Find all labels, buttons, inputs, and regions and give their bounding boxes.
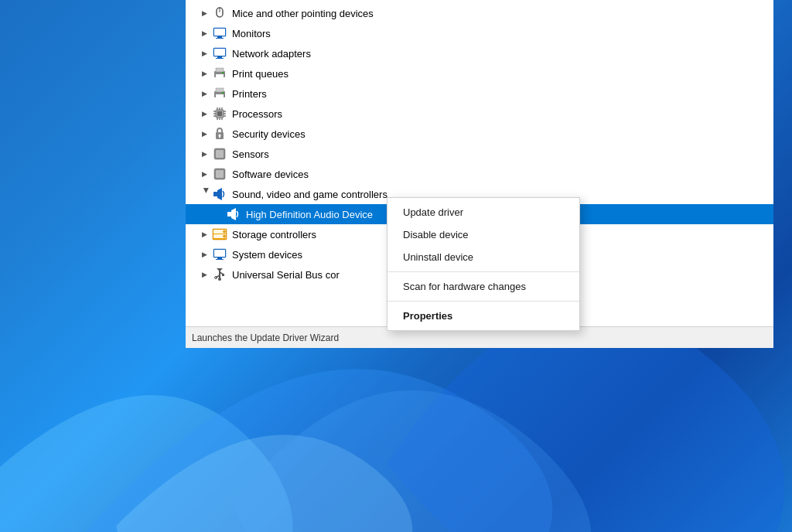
svg-marker-42 bbox=[231, 208, 236, 220]
icon-mice bbox=[212, 5, 227, 21]
device-item-processors[interactable]: ▶ Proces bbox=[186, 104, 773, 124]
svg-rect-34 bbox=[219, 136, 220, 138]
device-item-mice[interactable]: ▶ Mice and other pointing devices bbox=[186, 3, 773, 23]
svg-rect-3 bbox=[214, 29, 225, 36]
device-item-security[interactable]: ▶ Security devices bbox=[186, 124, 773, 144]
device-label-hd-audio: High Definition Audio Device bbox=[246, 209, 373, 220]
svg-rect-17 bbox=[222, 92, 224, 94]
chevron-usb: ▶ bbox=[198, 268, 210, 281]
device-label-sound: Sound, video and game controllers bbox=[232, 189, 387, 200]
device-item-printqueues[interactable]: ▶ Print queues bbox=[186, 63, 773, 84]
svg-rect-15 bbox=[216, 88, 224, 92]
icon-network bbox=[212, 46, 227, 61]
svg-marker-40 bbox=[217, 188, 222, 200]
svg-rect-55 bbox=[222, 274, 224, 276]
svg-rect-39 bbox=[213, 192, 217, 196]
svg-rect-51 bbox=[216, 259, 224, 260]
icon-usb bbox=[212, 267, 227, 282]
chevron-printers: ▶ bbox=[198, 87, 210, 100]
context-menu: Update driver Disable device Uninstall d… bbox=[387, 197, 580, 331]
device-label-monitors: Monitors bbox=[232, 28, 271, 39]
svg-rect-49 bbox=[214, 250, 225, 257]
device-label-security: Security devices bbox=[232, 128, 306, 140]
svg-rect-4 bbox=[217, 36, 222, 38]
svg-rect-7 bbox=[214, 49, 225, 56]
context-menu-uninstall-device[interactable]: Uninstall device bbox=[387, 246, 579, 268]
status-bar-text: Launches the Update Driver Wizard bbox=[192, 332, 339, 343]
device-item-monitors[interactable]: ▶ Monitors bbox=[186, 23, 773, 43]
device-label-sensors: Sensors bbox=[232, 148, 269, 160]
icon-software bbox=[212, 166, 227, 182]
chevron-storage: ▶ bbox=[198, 228, 210, 240]
context-menu-disable-device[interactable]: Disable device bbox=[387, 223, 579, 246]
chevron-mice: ▶ bbox=[198, 7, 210, 19]
context-menu-scan-changes[interactable]: Scan for hardware changes bbox=[387, 275, 579, 298]
svg-rect-11 bbox=[216, 68, 224, 72]
context-menu-separator-1 bbox=[387, 271, 579, 272]
svg-rect-8 bbox=[217, 56, 222, 58]
chevron-software: ▶ bbox=[198, 168, 210, 180]
svg-point-46 bbox=[224, 230, 226, 233]
icon-printers bbox=[212, 86, 227, 101]
chevron-security: ▶ bbox=[198, 128, 210, 140]
icon-processors bbox=[212, 106, 227, 121]
device-label-storage: Storage controllers bbox=[232, 229, 316, 240]
device-label-system: System devices bbox=[232, 249, 302, 261]
icon-printqueues bbox=[212, 66, 227, 81]
device-item-sensors[interactable]: ▶ Sensors bbox=[186, 144, 773, 164]
chevron-sensors: ▶ bbox=[198, 148, 210, 160]
svg-rect-19 bbox=[217, 111, 222, 116]
icon-storage bbox=[212, 227, 227, 242]
svg-rect-50 bbox=[217, 257, 222, 259]
svg-rect-12 bbox=[216, 74, 224, 77]
chevron-sound: ▶ bbox=[198, 188, 210, 200]
icon-hd-audio bbox=[226, 206, 241, 222]
svg-rect-13 bbox=[222, 72, 224, 73]
svg-rect-5 bbox=[216, 38, 224, 39]
svg-rect-16 bbox=[216, 94, 224, 97]
svg-rect-9 bbox=[216, 58, 224, 59]
device-label-printers: Printers bbox=[232, 88, 267, 100]
context-menu-properties[interactable]: Properties bbox=[387, 305, 579, 327]
context-menu-update-driver[interactable]: Update driver bbox=[387, 201, 579, 223]
svg-point-58 bbox=[218, 278, 221, 281]
chevron-monitors: ▶ bbox=[198, 27, 210, 39]
device-label-usb: Universal Serial Bus cor bbox=[232, 269, 340, 281]
svg-rect-38 bbox=[216, 170, 224, 178]
context-menu-separator-2 bbox=[387, 301, 579, 302]
device-item-network[interactable]: ▶ Network adapters bbox=[186, 43, 773, 63]
icon-security bbox=[212, 126, 227, 142]
svg-rect-36 bbox=[216, 150, 224, 158]
icon-sound bbox=[212, 186, 227, 202]
device-item-printers[interactable]: ▶ Printers bbox=[186, 84, 773, 104]
device-label-printqueues: Print queues bbox=[232, 68, 288, 80]
device-label-network: Network adapters bbox=[232, 48, 311, 60]
device-label-mice: Mice and other pointing devices bbox=[232, 8, 374, 19]
svg-rect-41 bbox=[227, 212, 231, 217]
svg-marker-53 bbox=[217, 268, 223, 271]
icon-monitors bbox=[212, 26, 227, 41]
chevron-processors: ▶ bbox=[198, 107, 210, 120]
device-label-processors: Processors bbox=[232, 108, 282, 120]
device-label-software: Software devices bbox=[232, 169, 309, 180]
icon-system bbox=[212, 247, 227, 262]
svg-point-47 bbox=[224, 235, 226, 237]
icon-sensors bbox=[212, 146, 227, 162]
chevron-printqueues: ▶ bbox=[198, 67, 210, 80]
chevron-network: ▶ bbox=[198, 47, 210, 60]
device-item-software[interactable]: ▶ Software devices bbox=[186, 164, 773, 184]
chevron-system: ▶ bbox=[198, 248, 210, 261]
